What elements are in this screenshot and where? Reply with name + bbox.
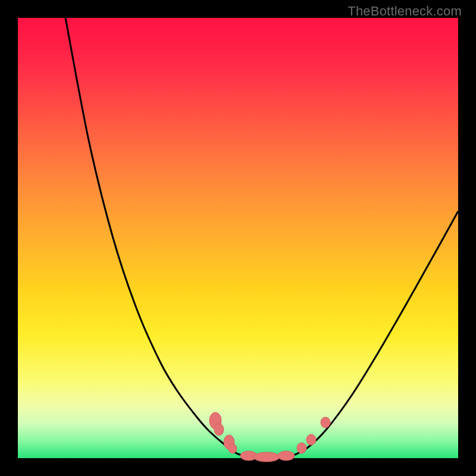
curve-bead [214,424,224,436]
curve-bead [321,417,330,428]
curve-bead [306,434,316,445]
chart-svg [18,18,458,458]
watermark-text: TheBottleneck.com [347,4,462,19]
curve-bead [228,444,237,453]
chart-frame: TheBottleneck.com [0,0,476,476]
bottleneck-curve [65,18,458,457]
curve-bead [297,443,306,453]
curve-bead [253,452,280,462]
chart-plot-area [18,18,458,458]
curve-beads [209,412,330,462]
curve-bead [278,451,295,461]
